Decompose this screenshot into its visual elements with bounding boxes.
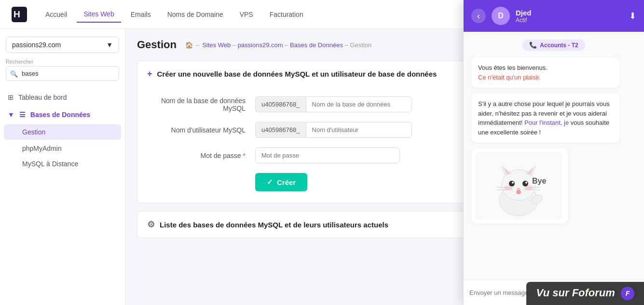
breadcrumb-current: Gestion — [350, 41, 371, 49]
sidebar: passions29.com ▼ Rechercher 🔍 ⊞ Tableau … — [0, 29, 125, 305]
breadcrumb-separator: – — [196, 41, 199, 49]
page-title: Gestion — [137, 39, 177, 51]
cat-image-bubble: Bye — [471, 148, 568, 224]
db-prefix: u405986768_ — [255, 96, 306, 112]
nav-facturation[interactable]: Facturation — [263, 7, 310, 22]
create-db-title: Créer une nouvelle base de données MySQL… — [157, 70, 437, 78]
db-name-input-group: u405986768_ — [255, 96, 412, 112]
sidebar-section-bases-donnees[interactable]: ▼ ☰ Bases de Données — [0, 106, 125, 123]
breadcrumb-domain[interactable]: passions29.com — [238, 41, 283, 49]
sidebar-subitem-mysql-distance[interactable]: MySQL à Distance — [0, 156, 125, 172]
nav-noms-domaine[interactable]: Noms de Domaine — [161, 7, 230, 22]
sidebar-item-tableau-de-bord[interactable]: ⊞ Tableau de bord — [0, 89, 125, 106]
mysql-distance-label: MySQL à Distance — [22, 160, 78, 168]
arrow-icon: ▼ — [8, 111, 14, 119]
svg-point-10 — [512, 182, 514, 184]
phpmyadmin-label: phpMyAdmin — [22, 145, 62, 152]
svg-point-11 — [522, 181, 528, 186]
phone-icon: 📞 — [529, 41, 537, 49]
chevron-down-icon: ▼ — [106, 41, 113, 49]
grid-icon: ⊞ — [8, 93, 14, 101]
chat-tag-row: 📞 Accounts - T2 — [471, 40, 636, 51]
svg-text:H: H — [14, 9, 20, 19]
password-input[interactable] — [255, 147, 400, 163]
svg-point-9 — [509, 181, 515, 186]
svg-point-13 — [517, 188, 520, 190]
agent-avatar: D — [492, 7, 510, 25]
chat-message-1: Vous êtes les bienvenus.Ce n'était qu'un… — [471, 57, 620, 88]
watermark: Vu sur Foforum F — [526, 282, 644, 305]
nav-emails[interactable]: Emails — [124, 7, 158, 22]
message-2-text: S'il y a autre chose pour lequel je pour… — [478, 100, 610, 136]
domain-selector[interactable]: passions29.com ▼ — [6, 37, 119, 53]
create-button-label: Créer — [277, 178, 296, 186]
gear-icon: ⚙ — [147, 219, 155, 230]
user-name-input-group: u405986768_ — [255, 122, 412, 138]
search-icon: 🔍 — [10, 70, 18, 77]
home-icon: 🏠 — [185, 41, 193, 49]
chat-tag: 📞 Accounts - T2 — [522, 40, 585, 51]
svg-text:Bye: Bye — [532, 177, 546, 185]
sidebar-subitem-gestion[interactable]: Gestion — [4, 124, 121, 140]
chat-body: 📞 Accounts - T2 Vous êtes les bienvenus.… — [464, 32, 644, 279]
cat-illustration: Bye — [475, 152, 562, 220]
list-icon: ☰ — [19, 111, 26, 119]
watermark-logo: F — [621, 287, 634, 300]
logo[interactable]: H — [10, 5, 29, 24]
search-container: 🔍 — [6, 66, 119, 81]
gestion-label: Gestion — [22, 128, 45, 136]
list-db-title: Liste des bases de données MySQL et de l… — [160, 221, 388, 229]
agent-info: Djed Actif — [516, 9, 623, 24]
agent-status: Actif — [516, 17, 623, 24]
create-button[interactable]: ✓ Créer — [255, 173, 307, 191]
password-label: Mot de passe * — [149, 152, 255, 159]
nav-vps[interactable]: VPS — [233, 7, 260, 22]
search-input[interactable] — [6, 66, 119, 81]
chat-panel: ‹ D Djed Actif ⬇ 📞 Accounts - T2 Vous êt… — [463, 0, 644, 305]
user-prefix: u405986768_ — [255, 122, 306, 138]
nav-accueil[interactable]: Accueil — [39, 7, 74, 22]
user-name-input[interactable] — [306, 122, 412, 138]
breadcrumb-sites-web[interactable]: Sites Web — [202, 41, 231, 49]
chat-back-button[interactable]: ‹ — [471, 9, 486, 23]
sidebar-label-bases: Bases de Données — [30, 111, 91, 119]
domain-name: passions29.com — [12, 41, 61, 49]
search-label: Rechercher — [0, 59, 125, 65]
chat-message-2: S'il y a autre chose pour lequel je pour… — [471, 93, 620, 143]
chat-tag-label: Accounts - T2 — [540, 42, 578, 49]
required-marker: * — [243, 152, 246, 159]
sidebar-subitem-phpmyadmin[interactable]: phpMyAdmin — [0, 141, 125, 156]
nav-sites-web[interactable]: Sites Web — [77, 6, 121, 23]
chat-header: ‹ D Djed Actif ⬇ — [464, 0, 644, 32]
breadcrumb-path: Sites Web – passions29.com – Bases de Do… — [202, 41, 371, 49]
message-1-text: Vous êtes les bienvenus.Ce n'était qu'un… — [478, 64, 548, 81]
svg-point-12 — [525, 182, 527, 184]
sidebar-label-tableau: Tableau de bord — [18, 93, 67, 101]
svg-point-14 — [516, 190, 521, 194]
chat-download-button[interactable]: ⬇ — [629, 11, 636, 21]
watermark-text: Vu sur Foforum — [536, 287, 615, 299]
breadcrumb-bases[interactable]: Bases de Données — [290, 41, 343, 49]
user-name-label: Nom d'utilisateur MySQL — [149, 126, 255, 134]
agent-name: Djed — [516, 9, 623, 17]
db-name-input[interactable] — [306, 96, 412, 112]
check-icon: ✓ — [267, 178, 273, 186]
plus-icon: + — [147, 69, 152, 79]
db-name-label: Nom de la base de données MySQL — [149, 97, 255, 112]
